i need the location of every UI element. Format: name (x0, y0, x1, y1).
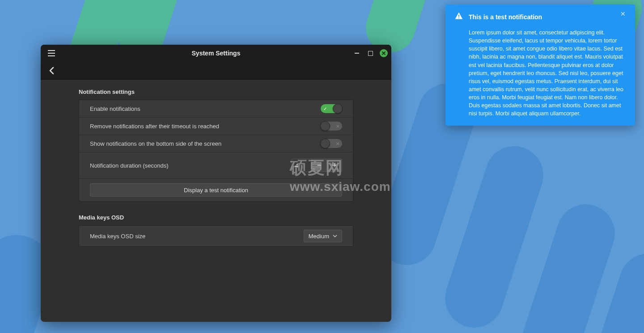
maximize-button[interactable] (366, 49, 374, 57)
remove-timeout-label: Remove notifications after their timeout… (90, 123, 219, 130)
minimize-button[interactable] (353, 49, 361, 57)
chevron-down-icon (333, 235, 337, 237)
window-title: System Settings (41, 50, 391, 57)
navigation-bar (41, 62, 391, 80)
media-osd-size-dropdown[interactable]: Medium (304, 230, 342, 242)
notification-title: This is a test notification (469, 13, 542, 21)
media-osd-size-label: Media keys OSD size (90, 233, 145, 240)
x-icon: ✕ (336, 141, 339, 146)
duration-spinner: 4 − + (291, 159, 342, 172)
notification-panel: Enable notifications ✓ Remove notificati… (79, 100, 353, 202)
show-bottom-toggle[interactable]: ✕ (321, 139, 342, 148)
remove-timeout-toggle[interactable]: ✕ (321, 122, 342, 131)
media-section-title: Media keys OSD (79, 214, 353, 221)
duration-increment-button[interactable]: + (327, 159, 342, 172)
enable-notifications-row: Enable notifications ✓ (79, 100, 353, 118)
close-button[interactable] (380, 49, 388, 57)
svg-rect-0 (458, 15, 459, 17)
notification-header: This is a test notification ✕ (454, 12, 626, 22)
back-button[interactable] (44, 63, 59, 78)
remove-timeout-row: Remove notifications after their timeout… (79, 118, 353, 135)
notification-section-title: Notification settings (79, 89, 353, 95)
settings-window: System Settings Notification settings En… (41, 45, 391, 322)
x-icon: ✕ (336, 124, 339, 129)
show-bottom-label: Show notifications on the bottom side of… (90, 140, 221, 147)
toggle-knob (320, 121, 330, 131)
toggle-knob (320, 139, 330, 148)
hamburger-menu-button[interactable] (44, 46, 59, 60)
notification-body: Lorem ipsum dolor sit amet, consectetur … (454, 29, 626, 118)
check-icon: ✓ (323, 106, 327, 111)
test-notification-row: Display a test notification (79, 179, 353, 201)
notification-popup: This is a test notification ✕ Lorem ipsu… (445, 4, 635, 126)
duration-row: Notification duration (seconds) 4 − + (79, 152, 353, 179)
media-panel: Media keys OSD size Medium (79, 225, 353, 247)
show-bottom-row: Show notifications on the bottom side of… (79, 135, 353, 152)
titlebar[interactable]: System Settings (41, 45, 391, 62)
window-controls (353, 49, 388, 57)
settings-content: Notification settings Enable notificatio… (41, 80, 391, 322)
dropdown-selected-value: Medium (309, 233, 329, 240)
display-test-notification-button[interactable]: Display a test notification (90, 183, 342, 197)
toggle-knob (333, 104, 343, 114)
warning-icon (454, 12, 463, 22)
enable-notifications-toggle[interactable]: ✓ (321, 104, 342, 113)
media-osd-size-row: Media keys OSD size Medium (79, 226, 353, 246)
duration-label: Notification duration (seconds) (90, 162, 169, 169)
chevron-left-icon (49, 67, 54, 75)
notification-close-button[interactable]: ✕ (619, 10, 627, 18)
duration-decrement-button[interactable]: − (312, 159, 327, 172)
svg-rect-1 (458, 17, 459, 18)
enable-notifications-label: Enable notifications (90, 105, 140, 112)
duration-value-input[interactable]: 4 (291, 159, 312, 172)
